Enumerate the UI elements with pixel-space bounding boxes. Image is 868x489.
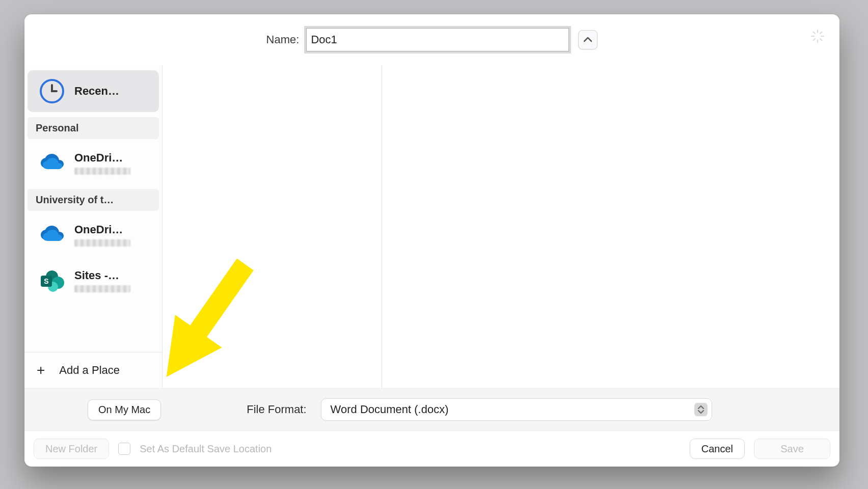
add-place-label: Add a Place: [59, 364, 120, 377]
format-bar: On My Mac File Format: Word Document (.d…: [24, 388, 839, 431]
file-format-select[interactable]: Word Document (.docx): [321, 398, 712, 421]
sidebar-item-onedrive-org[interactable]: OneDri…: [28, 214, 159, 256]
svg-line-7: [813, 32, 816, 34]
name-label: Name:: [266, 33, 300, 46]
pane-divider: [382, 65, 382, 388]
sidebar-item-label: Sites -…: [74, 269, 130, 282]
sidebar-item-subtitle-blurred: [74, 168, 130, 175]
default-save-label: Set As Default Save Location: [140, 443, 272, 455]
sidebar-item-onedrive-personal[interactable]: OneDri…: [28, 142, 159, 184]
sidebar-item-recent[interactable]: Recen…: [28, 70, 159, 112]
file-format-value: Word Document (.docx): [331, 403, 449, 416]
onedrive-icon: [38, 151, 66, 175]
places-sidebar: Recen… Personal OneDri…: [24, 65, 162, 388]
onedrive-icon: [38, 223, 66, 247]
sharepoint-icon: S: [38, 268, 66, 293]
sidebar-item-subtitle-blurred: [74, 285, 130, 292]
svg-line-5: [813, 39, 816, 41]
chevron-up-icon: [584, 37, 592, 43]
sidebar-group-personal: Personal: [28, 117, 159, 139]
svg-line-3: [820, 39, 822, 41]
name-row: Name:: [24, 14, 839, 65]
sidebar-item-label: OneDri…: [74, 223, 130, 236]
sidebar-group-university: University of t…: [28, 189, 159, 211]
add-a-place-button[interactable]: + Add a Place: [24, 352, 162, 388]
expand-toggle-button[interactable]: [578, 30, 598, 49]
browser-pane: [162, 65, 839, 388]
file-format-label: File Format:: [247, 403, 306, 416]
loading-spinner-icon: [810, 29, 825, 44]
default-save-checkbox[interactable]: [118, 443, 130, 455]
sidebar-item-subtitle-blurred: [74, 239, 130, 247]
sidebar-item-sharepoint-sites[interactable]: S Sites -…: [28, 260, 159, 302]
new-folder-button[interactable]: New Folder: [34, 439, 109, 459]
updown-stepper-icon: [694, 403, 708, 416]
on-my-mac-button[interactable]: On My Mac: [88, 399, 161, 420]
middle-area: Recen… Personal OneDri…: [24, 65, 839, 388]
clock-icon: [38, 79, 66, 103]
sidebar-item-label: OneDri…: [74, 151, 130, 165]
save-button[interactable]: Save: [754, 439, 830, 459]
svg-text:S: S: [44, 277, 48, 285]
sidebar-item-label: Recen…: [74, 85, 119, 98]
cancel-button[interactable]: Cancel: [690, 439, 745, 459]
svg-line-1: [820, 32, 822, 34]
save-dialog: Name:: [24, 14, 839, 467]
plus-icon: +: [37, 363, 45, 377]
filename-input[interactable]: [306, 28, 569, 51]
action-bar: New Folder Set As Default Save Location …: [24, 431, 839, 467]
